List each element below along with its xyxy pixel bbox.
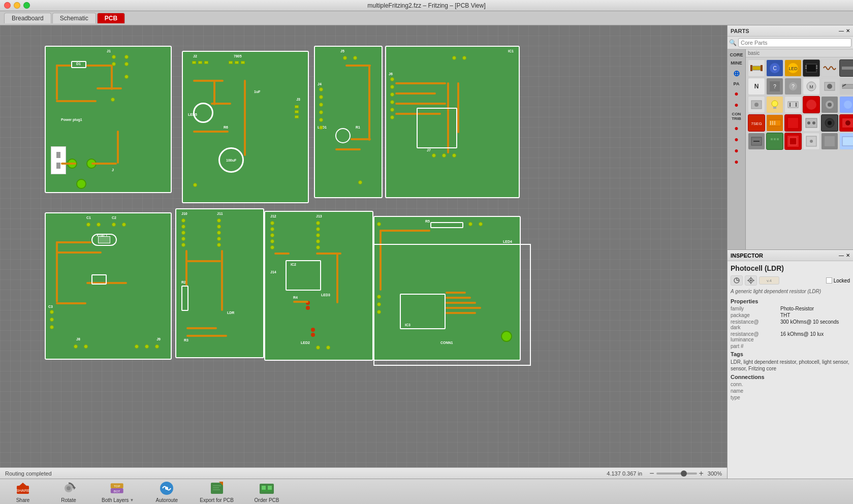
prop-package-row: package THT [731,312,850,318]
parts-nav-red4[interactable]: ● [729,134,744,144]
svg-rect-0 [750,65,752,71]
zoom-out-button[interactable]: − [649,469,654,478]
pcb-board-7[interactable]: J12 J13 IC2 R4 LED3 LED2 J14 [264,211,373,361]
pcb-board-3[interactable]: J5 J4 LED1 R1 [314,46,383,198]
board4-ic-outline [417,108,457,148]
part-light[interactable] [766,96,783,113]
zoom-in-button[interactable]: + [699,469,704,478]
part-wire[interactable] [839,59,853,77]
pcb-board-5[interactable]: C1 C2 XTAL1 C3 J8 J9 [45,212,172,360]
part-misc2[interactable] [821,133,838,150]
parts-nav-pa[interactable]: PA [729,80,744,87]
export-pcb-label: Export for PCB [200,497,234,503]
part-display6[interactable] [784,133,802,150]
pcb-board-8[interactable]: R5 LED4 IC3 CONN1 [373,216,521,361]
tab-pcb[interactable]: PCB [97,13,125,23]
both-layers-tool[interactable]: TOP BOT Both Layers ▼ [102,480,134,503]
tab-breadboard[interactable]: Breadboard [4,13,51,23]
parts-nav-red1[interactable]: ● [729,88,744,99]
canvas-area[interactable]: J1 D1 Power plug1 J [0,25,727,479]
svg-text:BOT: BOT [113,489,120,493]
pcb-board-4[interactable]: IC1 J6 J7 [385,46,520,198]
part-display4[interactable] [748,133,765,150]
zoom-thumb[interactable] [681,470,687,477]
parts-nav-red2[interactable]: ● [729,100,744,110]
part-misc3[interactable] [839,133,853,150]
export-pcb-tool[interactable]: Export for PCB [200,480,234,503]
order-pcb-tool[interactable]: Order PCB [254,480,279,503]
part-display3[interactable] [839,114,853,132]
part-mystery2[interactable]: ? [784,78,802,95]
board6-j11-pad-3 [217,231,221,235]
inspector-btn-2[interactable] [745,275,757,286]
svg-point-46 [828,121,832,125]
parts-search-input[interactable] [738,38,851,47]
part-display2[interactable] [821,114,838,132]
share-tool[interactable]: SHARE Share [10,480,36,503]
part-npn[interactable]: N [748,78,765,95]
inspector-collapse-btn[interactable]: — [839,253,844,258]
part-display5[interactable] [766,133,783,150]
pcb-board-1[interactable]: J1 D1 Power plug1 J [45,46,172,193]
part-mystery[interactable]: ? [766,78,783,95]
board1-trace-3 [56,65,58,100]
part-power5[interactable] [766,114,783,132]
board7-label-j14: J14 [270,270,276,274]
part-pot[interactable] [748,96,765,113]
inspector-close-btn[interactable]: ✕ [846,253,850,258]
part-ic[interactable] [803,59,820,77]
board6-j10-pad-1 [181,218,185,223]
part-sensor[interactable] [821,78,838,95]
inspector-btn-3[interactable]: v.4 [759,276,779,285]
pcb-board-2[interactable]: J2 7805 1uF LED5 R6 100uF [182,51,309,203]
parts-nav-io[interactable]: ⊕ [729,68,744,79]
connections-title: Connections [731,374,850,380]
part-motor[interactable]: M [803,78,820,95]
locked-label: Locked [834,278,850,284]
board7-led2-pad-2 [311,328,315,332]
part-misc1[interactable] [803,133,820,150]
pcb-canvas[interactable]: J1 D1 Power plug1 J [0,25,727,479]
part-power1[interactable] [803,96,820,113]
part-resistor[interactable] [748,59,765,77]
part-switch[interactable] [839,78,853,95]
board6-j10-pad-5 [181,243,185,247]
part-capacitor[interactable]: C [766,59,783,77]
minimize-button[interactable] [14,2,20,9]
board5-label-j9: J9 [156,337,161,341]
parts-expand-btn[interactable]: ✕ [846,28,850,34]
board6-j10-pad-3 [181,231,185,235]
parts-nav-contrib[interactable]: CONTRIB [729,111,744,122]
rotate-tool[interactable]: Rotate [56,480,81,503]
maximize-button[interactable] [23,2,30,9]
parts-nav-red3[interactable]: ● [729,123,744,133]
svg-rect-12 [842,67,853,70]
svg-rect-59 [825,136,835,146]
part-power2[interactable] [821,96,838,113]
close-button[interactable] [4,2,11,9]
inspector-section: INSPECTOR — ✕ Photocell (LDR) v.4 [728,250,853,479]
part-display1[interactable] [803,114,820,132]
part-inductor[interactable] [821,59,838,77]
svg-point-75 [67,486,71,490]
pcb-board-6[interactable]: J10 J11 R2 LDR R3 [175,208,264,358]
autoroute-tool[interactable]: Autoroute [154,480,179,503]
part-power6[interactable] [784,114,802,132]
part-power4[interactable]: 7SEG [748,114,765,132]
part-power3[interactable] [839,96,853,113]
main-layout: J1 D1 Power plug1 J [0,25,853,479]
parts-nav-mine[interactable]: MINE [729,59,744,67]
parts-nav-red6[interactable]: ● [729,156,744,167]
parts-collapse-btn[interactable]: — [839,28,844,34]
inspector-btn-1[interactable] [731,275,743,286]
component-description: A generic light dependent resistor (LDR) [731,289,850,294]
board2-pad-5 [235,61,239,64]
part-relay[interactable] [784,96,802,113]
zoom-slider[interactable] [656,472,697,475]
part-led[interactable]: LED [784,59,802,77]
board3-pad-7 [319,118,323,122]
locked-checkbox[interactable] [826,277,832,284]
tab-schematic[interactable]: Schematic [52,13,96,23]
parts-nav-red5[interactable]: ● [729,145,744,155]
parts-nav-core[interactable]: CORE [729,51,744,58]
